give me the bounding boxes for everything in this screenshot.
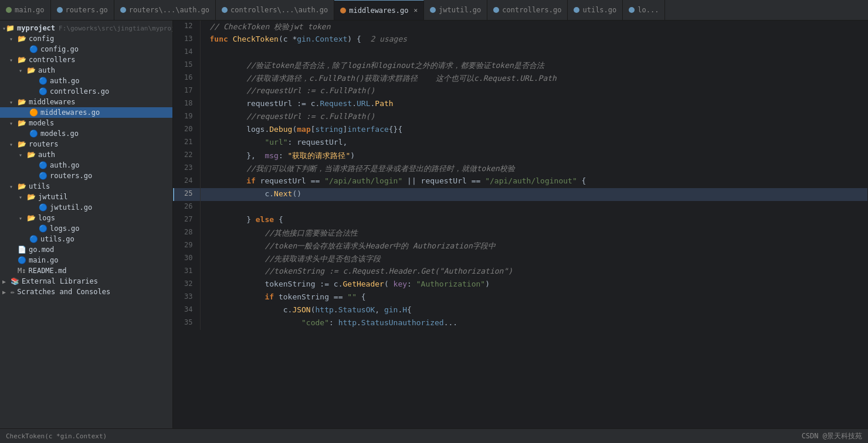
line-number: 26 (174, 201, 200, 214)
sidebar-item-models-folder[interactable]: ▾ 📂 models (0, 118, 172, 128)
folder-icon: 📂 (18, 182, 26, 190)
status-left: CheckToken(c *gin.Context) (6, 432, 107, 440)
sidebar-item-label: Scratches and Consoles (17, 288, 110, 296)
file-icon: 📄 (18, 246, 26, 254)
line-code: c.JSON(http.StatusOK, gin.H{ (200, 304, 867, 317)
sidebar-item-label: auth.go (50, 161, 80, 169)
sidebar-item-routers-auth-folder[interactable]: ▾ 📂 auth (0, 149, 172, 160)
tab-main-go[interactable]: main.go (0, 0, 51, 21)
line-number: 29 (174, 240, 200, 253)
line-code: //先获取请求头中是否包含该字段 (200, 253, 867, 265)
sidebar-item-scratches[interactable]: ▶ ✏️ Scratches and Consoles (0, 287, 172, 297)
tab-controllers-go[interactable]: controllers.go (487, 0, 568, 21)
sidebar-item-models-go[interactable]: 🔵 models.go (0, 128, 172, 139)
sidebar-item-logs-folder[interactable]: ▾ 📂 logs (0, 213, 172, 223)
file-icon: M↕ (18, 267, 26, 275)
line-code: //tokenString := c.Request.Header.Get("A… (200, 265, 867, 278)
line-number: 25 (174, 188, 200, 201)
sidebar-item-auth-folder[interactable]: ▾ 📂 auth (0, 65, 172, 76)
folder-icon: 📂 (27, 66, 36, 74)
line-code: //其他接口需要验证合法性 (200, 227, 867, 240)
folder-icon: 📂 (18, 56, 26, 64)
sidebar-item-label: utils.go (40, 235, 74, 243)
table-row: 32 tokenString := c.GetHeader( key: "Aut… (174, 278, 867, 291)
table-row: 25 c.Next() (174, 188, 867, 201)
sidebar-item-config-folder[interactable]: ▾ 📂 config (0, 33, 172, 44)
line-code: tokenString := c.GetHeader( key: "Author… (200, 278, 867, 291)
sidebar-item-auth-go[interactable]: 🔵 auth.go (0, 76, 172, 86)
tab-middlewares-go[interactable]: middlewares.go ✕ (334, 0, 424, 21)
table-row: 17 //requestUrl := c.FullPath() (174, 85, 867, 98)
tab-icon (574, 7, 579, 13)
sidebar-item-label: logs.go (50, 224, 80, 233)
line-number: 13 (174, 33, 200, 46)
close-tab-icon[interactable]: ✕ (413, 6, 418, 14)
tab-routers-go[interactable]: routers.go (51, 0, 114, 21)
sidebar-item-utils-go[interactable]: 🔵 utils.go (0, 234, 172, 244)
folder-icon: 📂 (18, 119, 26, 127)
line-code (200, 46, 867, 59)
line-number: 17 (174, 85, 200, 98)
file-icon: 🔵 (39, 172, 48, 180)
line-code: // CheckToken 校验jwt token (200, 21, 867, 33)
sidebar-item-logs-go[interactable]: 🔵 logs.go (0, 223, 172, 234)
sidebar-project-header[interactable]: ▾ 📁 myproject F:\goworks\src\jingtian\my… (0, 23, 172, 33)
table-row: 12 // CheckToken 校验jwt token (174, 21, 867, 33)
line-code: func CheckToken(c *gin.Context) { 2 usag… (200, 33, 867, 46)
line-number: 14 (174, 46, 200, 59)
sidebar-item-utils-folder[interactable]: ▾ 📂 utils (0, 181, 172, 192)
sidebar-item-gomod[interactable]: 📄 go.mod (0, 244, 172, 255)
sidebar-item-main-go[interactable]: 🔵 main.go (0, 255, 172, 265)
table-row: 16 //获取请求路径，c.FullPath()获取请求群路径 这个也可以c.R… (174, 72, 867, 85)
sidebar-item-jwtutil-go[interactable]: 🔵 jwtutil.go (0, 202, 172, 213)
sidebar-item-external-libraries[interactable]: ▶ 📚 External Libraries (0, 276, 172, 287)
tab-controllers-auth-go[interactable]: controllers\...\auth.go (216, 0, 334, 21)
tab-utils-go[interactable]: utils.go (568, 0, 623, 21)
sidebar-item-config-go[interactable]: 🔵 config.go (0, 44, 172, 54)
line-number: 35 (174, 317, 200, 330)
project-path: F:\goworks\src\jingtian\myproj (59, 25, 173, 32)
sidebar-item-routers-folder[interactable]: ▾ 📂 routers (0, 139, 172, 149)
file-icon: 🔵 (39, 224, 48, 233)
sidebar-item-middlewares-folder[interactable]: ▾ 📂 middlewares (0, 97, 172, 107)
table-row: 30 //先获取请求头中是否包含该字段 (174, 253, 867, 265)
line-code: "url": requestUrl, (200, 137, 867, 149)
file-icon: 🔵 (29, 235, 38, 243)
file-icon: 🔵 (29, 45, 38, 53)
sidebar-item-label: jwtutil (38, 193, 68, 201)
sidebar-item-routers-auth-go[interactable]: 🔵 auth.go (0, 160, 172, 171)
tab-jwtutil-go[interactable]: jwtutil.go (424, 0, 487, 21)
sidebar-item-label: External Libraries (22, 277, 98, 285)
sidebar-item-jwtutil-folder[interactable]: ▾ 📂 jwtutil (0, 192, 172, 202)
table-row: 26 (174, 201, 867, 214)
tab-icon (493, 7, 499, 13)
line-number: 27 (174, 214, 200, 227)
sidebar-item-readme[interactable]: M↕ README.md (0, 265, 172, 276)
line-number: 24 (174, 175, 200, 188)
scratches-icon: ✏️ (11, 288, 15, 296)
sidebar-item-controllers-go[interactable]: 🔵 controllers.go (0, 86, 172, 97)
line-number: 30 (174, 253, 200, 265)
tab-icon (120, 7, 126, 13)
line-number: 28 (174, 227, 200, 240)
line-number: 16 (174, 72, 200, 85)
sidebar-item-middlewares-go[interactable]: 🟠 middlewares.go (0, 107, 172, 118)
table-row: 22 }, msg: "获取的请求路径") (174, 149, 867, 162)
tab-routers-auth-go[interactable]: routers\...\auth.go (114, 0, 216, 21)
sidebar-item-routers-go[interactable]: 🔵 routers.go (0, 171, 172, 181)
sidebar-item-label: README.md (28, 267, 66, 275)
line-number: 18 (174, 98, 200, 111)
line-code: if requestUrl == "/api/auth/login" || re… (200, 175, 867, 188)
line-code: //requestUrl := c.FullPath() (200, 111, 867, 124)
line-code: c.Next() (200, 188, 867, 201)
status-function: CheckToken(c *gin.Context) (6, 432, 107, 440)
file-icon: 🔵 (29, 130, 38, 138)
code-editor[interactable]: 12 // CheckToken 校验jwt token 13 func Che… (173, 21, 868, 428)
sidebar-item-label: auth.go (50, 77, 80, 85)
tab-icon (340, 8, 346, 13)
line-number: 22 (174, 149, 200, 162)
sidebar-item-controllers-folder[interactable]: ▾ 📂 controllers (0, 54, 172, 65)
tab-lo[interactable]: lo... (623, 0, 665, 21)
file-icon: 🔵 (18, 256, 26, 264)
line-code: if tokenString == "" { (200, 291, 867, 304)
